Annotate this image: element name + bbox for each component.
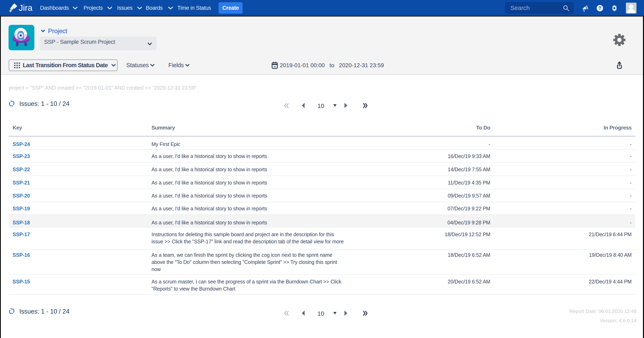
svg-text:?: ? [598,6,601,11]
